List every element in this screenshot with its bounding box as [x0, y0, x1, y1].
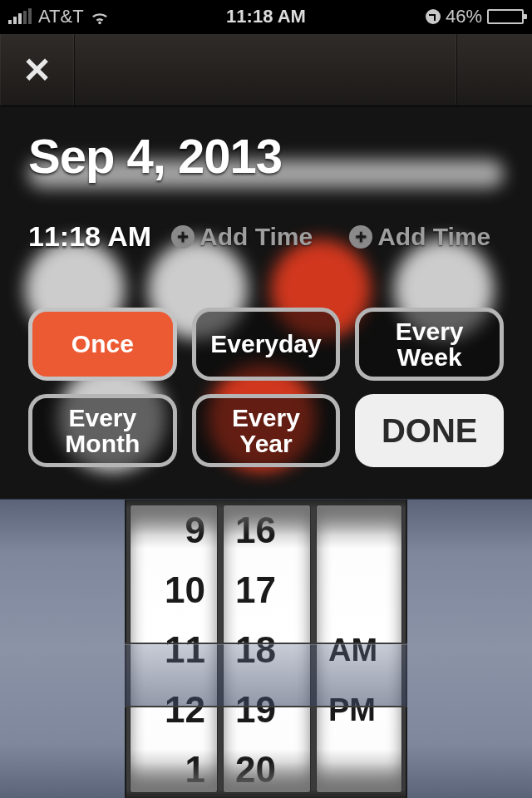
time-row: 11:18 AM + Add Time + Add Time	[28, 220, 504, 253]
picker-item	[317, 740, 401, 793]
picker-item: 9	[131, 505, 217, 560]
picker-item: 1	[131, 740, 217, 793]
freq-once[interactable]: Once	[28, 308, 177, 381]
nav-right-area	[457, 34, 532, 106]
picker-item: AM	[317, 620, 401, 680]
picker-item: 17	[224, 560, 310, 620]
status-left: AT&T	[8, 6, 175, 27]
freq-every-month[interactable]: Every Month	[28, 394, 177, 467]
plus-icon: +	[171, 225, 195, 249]
picker-item: PM	[317, 680, 401, 740]
status-bar: AT&T 11:18 AM 46%	[0, 0, 532, 33]
picker-item: 11	[131, 620, 217, 680]
battery-pct: 46%	[446, 6, 482, 27]
ampm-wheel[interactable]: AM PM	[316, 505, 402, 793]
picker-item: 10	[131, 560, 217, 620]
content-area: Sep 4, 2013 11:18 AM + Add Time + Add Ti…	[0, 106, 532, 499]
plus-icon: +	[349, 225, 372, 249]
minute-wheel[interactable]: 16 17 18 19 20	[223, 505, 311, 793]
nav-bar: ✕	[0, 33, 532, 106]
signal-icon	[8, 9, 32, 24]
add-time-label: Add Time	[200, 223, 313, 251]
done-button[interactable]: DONE	[355, 394, 504, 467]
time-picker: 9 10 11 12 1 16 17 18 19 20 AM P	[0, 499, 532, 798]
battery-icon	[487, 9, 524, 24]
wifi-icon	[91, 9, 109, 24]
date-title: Sep 4, 2013	[28, 128, 504, 184]
add-time-button-1[interactable]: + Add Time	[171, 223, 313, 251]
picker-item: 20	[224, 740, 310, 793]
picker-item	[317, 560, 401, 620]
alarm-icon	[426, 9, 441, 24]
status-time: 11:18 AM	[175, 6, 357, 27]
status-right: 46%	[357, 6, 524, 27]
picker-item: 18	[224, 620, 310, 680]
time-value[interactable]: 11:18 AM	[28, 220, 151, 253]
freq-every-year[interactable]: Every Year	[192, 394, 341, 467]
add-time-label: Add Time	[377, 223, 490, 251]
carrier-label: AT&T	[38, 6, 84, 27]
picker-item: 19	[224, 680, 310, 740]
picker-item: 12	[131, 680, 217, 740]
add-time-button-2[interactable]: + Add Time	[349, 223, 490, 251]
nav-title-area	[75, 34, 457, 106]
picker-item	[317, 505, 401, 560]
freq-everyday[interactable]: Everyday	[192, 308, 341, 381]
close-button[interactable]: ✕	[0, 34, 75, 106]
freq-every-week[interactable]: Every Week	[355, 308, 504, 381]
hour-wheel[interactable]: 9 10 11 12 1	[130, 505, 218, 793]
picker-item: 16	[224, 505, 310, 560]
frequency-grid: Once Everyday Every Week Every Month Eve…	[28, 308, 504, 467]
close-icon: ✕	[22, 50, 52, 91]
